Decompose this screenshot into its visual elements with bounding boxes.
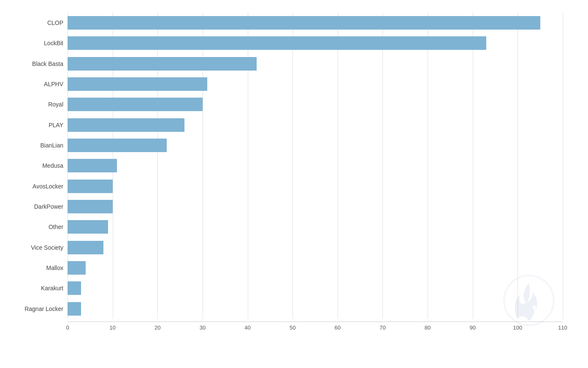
bar-label: Royal [2, 101, 63, 108]
bar-row: Vice Society [68, 238, 563, 257]
bar-label: LockBit [2, 40, 63, 46]
bar-label: Black Basta [2, 60, 63, 67]
x-axis-tick: 30 [200, 324, 206, 331]
bar-row: Black Basta [68, 54, 563, 74]
x-axis-tick: 90 [469, 324, 475, 331]
bar [68, 36, 486, 50]
bar-row: LockBit [68, 33, 563, 53]
x-axis-tick: 0 [66, 324, 69, 331]
bars-and-grid: CLOPLockBitBlack BastaALPHVRoyalPLAYBian… [68, 13, 563, 319]
bar-row: DarkPower [68, 197, 563, 216]
bar-row: Karakurt [68, 278, 563, 298]
x-axis-tick: 20 [154, 324, 160, 331]
bar-row: CLOP [68, 13, 563, 33]
bar-label: ALPHV [2, 81, 63, 87]
bar-label: Vice Society [2, 244, 63, 251]
bar [68, 180, 113, 193]
bar [68, 139, 167, 152]
x-axis-tick: 10 [109, 324, 115, 331]
bar-row: ALPHV [68, 74, 563, 94]
bar-label: Karakurt [2, 285, 63, 292]
bar-label: PLAY [2, 122, 63, 128]
bar-label: Ragnar Locker [2, 305, 63, 312]
bar-label: BianLian [2, 142, 63, 149]
bar [68, 16, 540, 30]
chart-area: CLOPLockBitBlack BastaALPHVRoyalPLAYBian… [68, 13, 563, 334]
x-axis-tick: 40 [244, 324, 250, 331]
grid-line [563, 13, 563, 319]
bar-label: AvosLocker [2, 183, 63, 190]
bar [68, 241, 103, 254]
bar [68, 98, 203, 111]
bar-row: Other [68, 217, 563, 237]
bar [68, 77, 207, 91]
bar-label: CLOP [2, 19, 63, 26]
x-axis-tick: 80 [425, 324, 431, 331]
bar-row: Mallox [68, 258, 563, 278]
x-axis-tick: 50 [290, 324, 295, 331]
bar [68, 118, 184, 132]
chart-container: CLOPLockBitBlack BastaALPHVRoyalPLAYBian… [0, 0, 588, 368]
bar [68, 261, 86, 275]
bar-label: Other [2, 224, 63, 230]
x-axis: 0102030405060708090100110 [68, 322, 563, 334]
bar [68, 159, 117, 172]
bar-row: AvosLocker [68, 177, 563, 196]
bar-row: PLAY [68, 115, 563, 135]
bar [68, 220, 108, 234]
bar [68, 200, 113, 213]
bar-label: DarkPower [2, 203, 63, 210]
x-axis-tick: 60 [335, 324, 341, 331]
bar-row: Ragnar Locker [68, 299, 563, 319]
bar-label: Mallox [2, 264, 63, 271]
bar-row: BianLian [68, 136, 563, 155]
bar [68, 281, 81, 295]
bar-label: Medusa [2, 162, 63, 169]
bar-row: Royal [68, 95, 563, 114]
x-axis-tick: 110 [558, 324, 567, 331]
bar [68, 302, 81, 316]
bar-row: Medusa [68, 156, 563, 175]
bar [68, 57, 257, 71]
x-axis-tick: 70 [379, 324, 385, 331]
